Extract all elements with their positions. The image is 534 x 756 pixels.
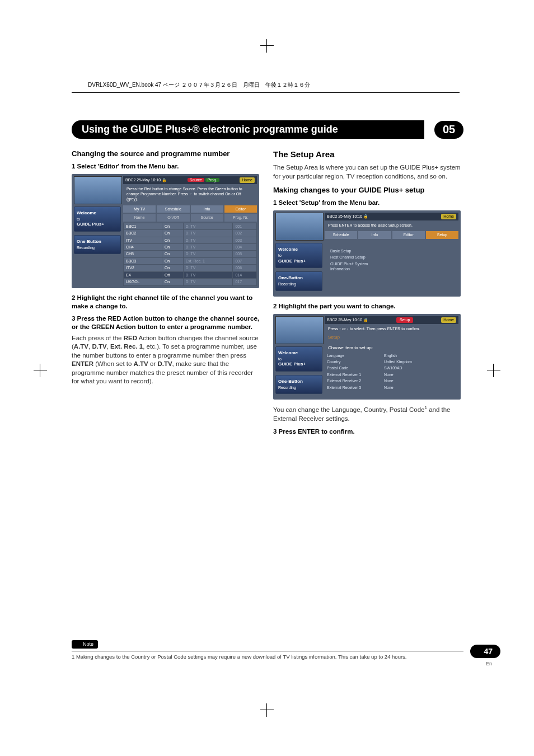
table-row: BBC2OnD. TV002 — [124, 230, 257, 237]
list-item: External Receiver 3None — [325, 384, 458, 391]
step-text: 3 Press ENTER to confirm. — [273, 428, 463, 436]
body-text: You can change the Language, Country, Po… — [273, 405, 463, 423]
header-rule — [72, 92, 460, 93]
tab-mytv: My TV — [123, 205, 156, 213]
table-row: BBC1OnD. TV001 — [124, 223, 257, 229]
promo-panel: Welcome to GUIDE Plus+ — [74, 206, 121, 232]
tab-setup: Setup — [426, 231, 458, 238]
preview-thumbnail — [74, 176, 122, 204]
step-text: 3 Press the RED Action button to change … — [72, 314, 262, 332]
crop-mark-icon — [260, 703, 274, 717]
crop-mark-icon — [260, 39, 274, 53]
list-item: Postal CodeSW109AD — [325, 365, 458, 371]
lock-icon — [363, 318, 368, 322]
table-row: UKGOLOnD. TV017 — [124, 279, 257, 285]
list-item: Basic Setup — [328, 248, 455, 254]
left-column: Changing the source and programme number… — [72, 147, 262, 439]
tab-row: Schedule Info Editor Setup — [325, 231, 458, 238]
list-item: GUIDE Plus+ System Information — [328, 261, 455, 273]
hint-text: Press ENTER to access the Basic Setup sc… — [325, 220, 458, 230]
step-text: 1 Select 'Editor' from the Menu bar. — [72, 162, 262, 171]
prog-action-label: Prog. — [205, 178, 219, 182]
file-header: DVRLX60D_WV_EN.book 47 ページ ２００７年３月２６日 月曜… — [88, 81, 310, 89]
step-text: 2 Highlight the right channel tile of th… — [72, 294, 262, 311]
list-item: Host Channel Setup — [328, 254, 455, 260]
setup-action-label: Setup — [396, 317, 413, 322]
home-label: Home — [240, 177, 255, 182]
step-text: 2 Highlight the part you want to change. — [273, 302, 463, 311]
tab-row: My TV Schedule Info Editor — [123, 205, 257, 213]
tab-schedule: Schedule — [325, 231, 357, 238]
list-item: CountryUnited Kingdom — [325, 359, 458, 365]
note-badge: Note — [72, 640, 98, 649]
tab-info: Info — [358, 231, 391, 238]
subheading: Changing the source and programme number — [72, 149, 262, 159]
channel-table: BBC1OnD. TV001BBC2OnD. TV002ITVOnD. TV00… — [123, 223, 257, 286]
preview-thumbnail — [275, 316, 324, 344]
body-text: The Setup Area is where you can set up t… — [273, 163, 463, 181]
promo-panel: One-Button Recording — [275, 271, 322, 290]
promo-panel: One-Button Recording — [74, 235, 121, 254]
note-icon — [76, 642, 82, 647]
status-bar: BBC2 25-May 10:10 — [125, 177, 167, 182]
body-text: Each press of the RED Action button chan… — [72, 334, 262, 386]
setup-screenshot-1: Welcome to GUIDE Plus+ One-Button Record… — [273, 210, 461, 296]
right-column: The Setup Area The Setup Area is where y… — [273, 147, 463, 439]
setup-label: Setup — [325, 334, 458, 342]
table-row: ITV2OnD. TV006 — [124, 265, 257, 271]
setup-screenshot-2: Welcome to GUIDE Plus+ One-Button Record… — [273, 314, 461, 400]
list-item: LanguageEnglish — [325, 353, 458, 359]
lock-icon — [162, 178, 167, 182]
chapter-title-bar: Using the GUIDE Plus+® electronic progra… — [72, 120, 463, 139]
subheading: Making changes to your GUIDE Plus+ setup — [273, 185, 463, 195]
footnote: Note 1 Making changes to the Country or … — [72, 640, 463, 660]
home-label: Home — [441, 317, 456, 322]
promo-panel: Welcome to GUIDE Plus+ — [275, 346, 322, 372]
status-bar: BBC2 25-May 10:10 — [327, 214, 368, 219]
editor-screenshot: Welcome to GUIDE Plus+ One-Button Record… — [72, 174, 259, 288]
crop-mark-icon — [34, 364, 47, 377]
table-row: E4OffD. TV014 — [124, 271, 257, 278]
table-row: BBC3OnExt. Rec. 1007 — [124, 257, 257, 264]
crop-mark-icon — [487, 364, 500, 377]
hint-text: Press ↑ or ↓ to select. Then press ENTER… — [325, 324, 458, 334]
content: Using the GUIDE Plus+® electronic progra… — [72, 120, 463, 439]
preview-thumbnail — [275, 213, 324, 241]
tab-schedule: Schedule — [157, 205, 189, 213]
table-row: CH4OnD. TV004 — [124, 244, 257, 251]
chapter-title: Using the GUIDE Plus+® electronic progra… — [72, 120, 424, 139]
tab-info: Info — [191, 205, 223, 213]
subtab-row: Name On/Off Source Prog. Nr. — [123, 214, 257, 221]
list-item: External Receiver 2None — [325, 378, 458, 384]
source-action-label: Source — [188, 178, 204, 182]
page-language: En — [486, 661, 492, 666]
page: DVRLX60D_WV_EN.book 47 ページ ２００７年３月２６日 月曜… — [0, 0, 534, 756]
choose-label: Choose item to set up: — [325, 342, 458, 353]
step-text: 1 Select 'Setup' from the Menu bar. — [273, 199, 463, 208]
list-item: External Receiver 1None — [325, 372, 458, 378]
promo-panel: Welcome to GUIDE Plus+ — [275, 243, 322, 268]
lock-icon — [363, 214, 368, 218]
tab-editor: Editor — [392, 231, 425, 238]
hint-text: Press the Red button to change Source. P… — [123, 184, 257, 204]
home-label: Home — [441, 214, 456, 219]
tab-editor: Editor — [224, 205, 257, 213]
page-number: 47 — [470, 645, 500, 658]
note-text: 1 Making changes to the Country or Posta… — [72, 654, 463, 660]
promo-panel: One-Button Recording — [275, 375, 322, 394]
table-row: CH5OnD. TV005 — [124, 251, 257, 257]
section-heading: The Setup Area — [273, 149, 463, 160]
status-bar: BBC2 25-May 10:10 — [327, 317, 368, 322]
table-row: ITVOnD. TV003 — [124, 237, 257, 243]
chapter-number: 05 — [434, 121, 463, 139]
